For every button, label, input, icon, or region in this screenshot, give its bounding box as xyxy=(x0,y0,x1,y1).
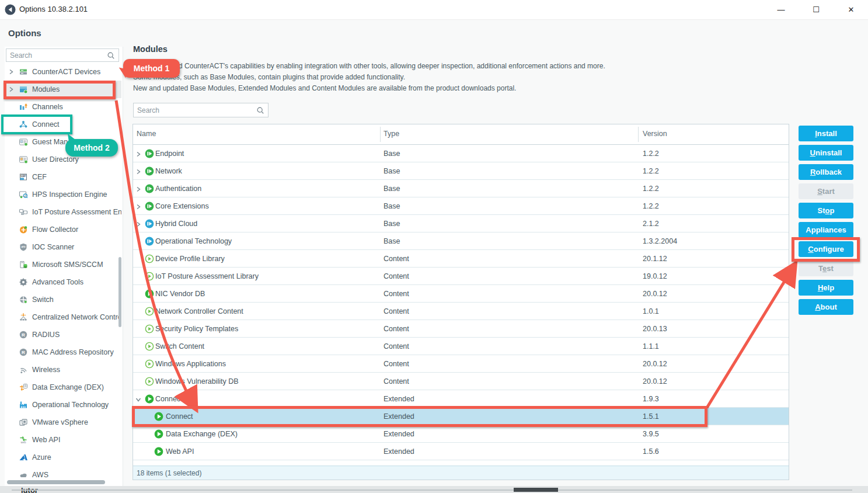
sidebar-item-data-exchange-dex[interactable]: Data Exchange (DEX) xyxy=(5,379,121,396)
module-version: 1.9.3 xyxy=(643,395,659,403)
module-type: Base xyxy=(384,150,400,158)
module-running-green-icon xyxy=(145,166,154,176)
sidebar-item-microsoft-sms-sccm[interactable]: Microsoft SMS/SCCM xyxy=(5,256,121,273)
chevron-down-icon[interactable] xyxy=(135,396,144,404)
rollback-button[interactable]: Rollback xyxy=(799,164,853,180)
chevron-right-icon[interactable] xyxy=(8,69,19,75)
stop-button[interactable]: Stop xyxy=(799,203,853,218)
table-row-authentication[interactable]: AuthenticationBase1.2.2 xyxy=(133,180,789,197)
table-row-switch-content[interactable]: Switch ContentContent1.1.1 xyxy=(133,338,789,355)
module-name: IoT Posture Assessment Library xyxy=(155,272,259,280)
sidebar-item-modules[interactable]: Modules xyxy=(5,81,121,98)
sidebar-item-label: Modules xyxy=(32,85,60,93)
module-version: 20.0.13 xyxy=(643,325,667,333)
sidebar-item-iot-posture-assessment-engine[interactable]: IoT Posture Assessment Engine xyxy=(5,203,121,221)
table-row-iot-posture-assessment-library[interactable]: IoT Posture Assessment LibraryContent19.… xyxy=(133,268,789,285)
sidebar-item-ioc-scanner[interactable]: ATDIOC Scanner xyxy=(5,238,121,256)
cef-icon: CEF xyxy=(19,172,29,182)
maximize-button[interactable]: ☐ xyxy=(803,0,829,19)
column-header-name[interactable]: Name xyxy=(137,130,156,138)
sidebar-item-advanced-tools[interactable]: Advanced Tools xyxy=(5,273,121,291)
module-version: 1.1.1 xyxy=(643,342,659,350)
table-row-endpoint[interactable]: EndpointBase1.2.2 xyxy=(133,145,789,162)
module-running-blue-icon xyxy=(145,237,154,246)
table-row-operational-technology[interactable]: Operational TechnologyBase1.3.2.2004 xyxy=(133,232,789,250)
vmware-icon xyxy=(19,418,29,428)
module-name: Authentication xyxy=(155,185,201,193)
module-type: Base xyxy=(384,237,400,245)
table-row-network[interactable]: NetworkBase1.2.2 xyxy=(133,162,789,180)
svg-text:R: R xyxy=(22,332,25,337)
sidebar-item-azure[interactable]: Azure xyxy=(5,449,121,466)
about-button[interactable]: About xyxy=(799,299,853,315)
table-row-nic-vendor-db[interactable]: NIC Vendor DBContent20.0.12 xyxy=(133,285,789,303)
sidebar-item-aws[interactable]: AWS xyxy=(5,466,121,480)
sidebar-item-flow-collector[interactable]: Flow Collector xyxy=(5,221,121,238)
table-row-security-policy-templates[interactable]: Security Policy TemplatesContent20.0.13 xyxy=(133,320,789,338)
appliances-button[interactable]: Appliances xyxy=(799,222,853,238)
iot-posture-icon xyxy=(19,207,29,217)
sidebar-item-switch[interactable]: Switch xyxy=(5,291,121,308)
chevron-right-icon[interactable] xyxy=(135,221,144,229)
sidebar-item-web-api[interactable]: webWeb API xyxy=(5,431,121,449)
close-button[interactable]: ✕ xyxy=(838,0,864,19)
module-type: Extended xyxy=(384,395,414,403)
sidebar-item-radius[interactable]: RRADIUS xyxy=(5,326,121,343)
chevron-right-icon[interactable] xyxy=(135,168,144,176)
sidebar-horizontal-scrollbar[interactable] xyxy=(7,480,105,484)
sidebar-item-counteract-devices[interactable]: CounterACT Devices xyxy=(5,63,121,81)
chevron-right-icon[interactable] xyxy=(135,186,144,194)
column-header-type[interactable]: Type xyxy=(384,130,399,138)
sidebar-item-operational-technology[interactable]: Operational Technology xyxy=(5,396,121,414)
connect-icon xyxy=(19,120,29,130)
uninstall-button[interactable]: Uninstall xyxy=(799,145,853,161)
table-row-connect[interactable]: ConnectExtended1.5.1 xyxy=(133,408,789,425)
sidebar-item-label: Centralized Network Controller xyxy=(32,313,121,321)
sidebar-tree: CounterACT DevicesModulesChannelsConnect… xyxy=(5,63,121,480)
chevron-right-icon[interactable] xyxy=(135,203,144,211)
install-button[interactable]: Install xyxy=(799,126,853,141)
table-row-windows-vulnerability-db[interactable]: Windows Vulnerability DBContent20.0.12 xyxy=(133,373,789,390)
sidebar-vertical-scrollbar[interactable] xyxy=(118,257,121,327)
sidebar-item-label: MAC Address Repository xyxy=(32,348,114,356)
module-name: Switch Content xyxy=(155,342,204,350)
sidebar-item-user-directory[interactable]: User Directory xyxy=(5,151,121,168)
background-window-strip: lutor xyxy=(0,486,868,493)
sidebar-item-guest-management[interactable]: Guest Management xyxy=(5,133,121,151)
minimize-button[interactable]: — xyxy=(768,0,794,19)
test-button: Test xyxy=(799,261,853,276)
table-row-device-profile-library[interactable]: Device Profile LibraryContent20.1.12 xyxy=(133,250,789,268)
start-button: Start xyxy=(799,183,853,199)
module-name: Connect xyxy=(166,412,193,421)
table-row-data-exchange-dex[interactable]: Data Exchange (DEX)Extended3.9.5 xyxy=(133,425,789,443)
sidebar-item-vmware-vsphere[interactable]: VMware vSphere xyxy=(5,414,121,431)
module-version: 1.2.2 xyxy=(643,202,659,210)
table-rows: EndpointBase1.2.2NetworkBase1.2.2Authent… xyxy=(133,145,789,460)
help-button[interactable]: Help xyxy=(799,280,853,296)
chevron-right-icon[interactable] xyxy=(8,86,19,92)
configure-button[interactable]: Configure xyxy=(799,241,853,257)
table-row-core-extensions[interactable]: Core ExtensionsBase1.2.2 xyxy=(133,197,789,215)
chevron-right-icon[interactable] xyxy=(135,151,144,159)
sidebar-item-cef[interactable]: CEFCEF xyxy=(5,168,121,186)
sidebar-item-centralized-network-controller[interactable]: Centralized Network Controller xyxy=(5,308,121,326)
sidebar-item-mac-address-repository[interactable]: RMAC Address Repository xyxy=(5,343,121,361)
sidebar-item-label: IoT Posture Assessment Engine xyxy=(32,208,121,216)
sidebar-item-hps-inspection-engine[interactable]: HPS Inspection Engine xyxy=(5,186,121,203)
table-row-web-api[interactable]: Web APIExtended1.5.6 xyxy=(133,443,789,460)
sidebar-item-connect[interactable]: Connect xyxy=(5,116,121,133)
module-version: 20.0.12 xyxy=(643,360,667,368)
sidebar-search-input[interactable] xyxy=(6,51,107,60)
column-header-version[interactable]: Version xyxy=(643,130,667,138)
module-type: Content xyxy=(384,255,409,263)
module-content-icon xyxy=(145,324,154,334)
data-exchange-icon xyxy=(19,383,29,393)
sidebar-item-wireless[interactable]: Wireless xyxy=(5,361,121,379)
sidebar-item-channels[interactable]: Channels xyxy=(5,98,121,116)
table-row-connect[interactable]: ConnectExtended1.9.3 xyxy=(133,390,789,408)
modules-search-input[interactable] xyxy=(134,106,256,114)
table-row-hybrid-cloud[interactable]: Hybrid CloudBase2.1.2 xyxy=(133,215,789,232)
table-row-windows-applications[interactable]: Windows ApplicationsContent20.0.12 xyxy=(133,355,789,373)
table-row-network-controller-content[interactable]: Network Controller ContentContent1.0.1 xyxy=(133,303,789,320)
module-type: Content xyxy=(384,307,409,315)
